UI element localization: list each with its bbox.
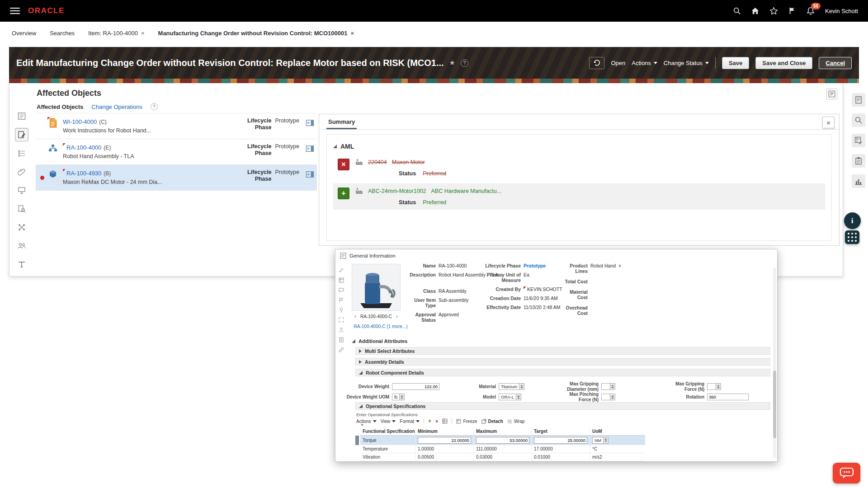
delete-row-icon[interactable]: × [435,418,438,424]
model-select[interactable]: ORA-L [499,394,521,400]
help-icon[interactable]: ? [461,59,468,67]
layout-toggle-button[interactable] [826,89,837,99]
watchlist-flag-icon[interactable] [788,7,796,15]
search-icon[interactable] [852,113,865,127]
column-header[interactable]: Maximum [474,427,532,435]
manufacturer-part-number[interactable]: ABC-24mm-Motor1002 [368,188,426,194]
max-gripping-force-input[interactable] [707,383,716,390]
actions-menu[interactable]: Actions [356,419,377,424]
target-input[interactable] [534,437,587,444]
minimum-input[interactable] [418,437,471,444]
tab-searches[interactable]: Searches [50,30,75,37]
edit-pencil-icon[interactable] [339,267,344,273]
wrap-button[interactable]: Wrap [507,419,525,424]
manufacturer-part-number[interactable]: 220404 [368,159,387,165]
checklist-icon[interactable] [15,146,28,160]
table-row[interactable]: Vibration 0.00500 0.03000 0.01000 m/s2 [360,453,645,461]
max-gripping-diameter-input[interactable] [601,383,610,390]
history-button[interactable] [589,57,604,69]
stepper-icon[interactable] [610,394,615,400]
device-weight-uom-select[interactable]: lb [392,394,405,400]
table-grid-icon[interactable] [442,418,448,424]
clipboard-icon[interactable] [852,154,865,168]
section-multi-select-attributes[interactable]: Multi Select Attributes [355,347,770,355]
info-widget-button[interactable]: i [844,212,861,229]
collapse-triangle-icon[interactable] [352,339,355,343]
menu-icon[interactable] [10,8,20,14]
overview-list-icon[interactable] [15,109,28,123]
save-button[interactable]: Save [722,57,749,69]
tab-item[interactable]: Item: RA-100-4000× [88,30,144,37]
widget-drag-handle[interactable] [845,230,859,244]
team-icon[interactable] [15,239,28,253]
close-button[interactable]: × [822,117,835,128]
item-link[interactable]: WI-100-4000 [63,118,97,125]
link-icon[interactable] [339,347,344,352]
item-link[interactable]: RA-100-4000 [66,144,101,151]
column-header[interactable]: Functional Specification [360,427,415,435]
relationships-icon[interactable] [15,221,28,234]
cancel-button[interactable]: Cancel [819,57,852,69]
help-icon[interactable]: ? [151,103,158,110]
add-product-line-button[interactable]: + [618,263,621,268]
flag-icon[interactable] [339,297,344,303]
carousel-prev-icon[interactable]: ‹ [354,313,356,319]
column-header[interactable]: UoM [590,427,645,435]
bar-chart-icon[interactable] [852,174,865,188]
remove-button[interactable]: × [338,159,349,170]
save-and-close-button[interactable]: Save and Close [755,57,812,69]
detach-button[interactable]: Detach [481,419,503,424]
change-status-menu[interactable]: Change Status [664,60,709,66]
actions-menu[interactable]: Actions [632,60,657,66]
notes-icon[interactable] [339,337,344,343]
tab-overview[interactable]: Overview [12,30,36,37]
bulb-icon[interactable] [339,307,344,313]
open-summary-icon[interactable] [306,171,314,180]
people-icon[interactable] [339,327,344,333]
item-search-icon[interactable] [15,202,28,216]
chat-button[interactable] [833,463,860,483]
close-icon[interactable]: × [141,30,145,37]
section-operational-specifications[interactable]: Operational Specifications [355,402,770,410]
table-row-selected[interactable]: RA-100-4930(B) Maxon ReMax DC Motor - 24… [36,165,317,191]
section-robot-component-details[interactable]: Robot Component Details [355,369,770,376]
tab-mco[interactable]: Manufacturing Change Order without Revis… [158,30,354,37]
collapse-triangle-icon[interactable] [333,145,337,148]
table-row[interactable]: Temperature 1.00000 111.00000 17.00000 °… [360,445,645,453]
max-pinching-force-input[interactable] [601,394,610,400]
freeze-button[interactable]: Freeze [456,419,477,424]
chat-icon[interactable] [339,287,344,293]
section-assembly-details[interactable]: Assembly Details [355,358,770,366]
design-tools-icon[interactable] [15,258,28,271]
scrollbar-thumb[interactable] [773,371,776,438]
rotation-input[interactable] [707,394,749,400]
material-select[interactable]: Titanium [499,383,524,390]
expand-arrows-icon[interactable] [339,317,344,323]
maximum-input[interactable] [476,437,529,444]
search-icon[interactable] [733,7,741,15]
format-menu[interactable]: Format [400,419,420,424]
more-revisions-link[interactable]: RA-100-4000-C (1 more...) [344,324,417,329]
column-header[interactable]: Minimum [415,427,474,435]
favorites-star-icon[interactable] [769,7,778,15]
grid-edit-icon[interactable] [852,134,865,147]
table-row[interactable]: RA-100-4000(E) Robot Hand Assembly - TLA… [36,139,317,165]
attachments-paperclip-icon[interactable] [15,165,28,178]
notes-doc-icon[interactable] [852,93,865,107]
home-icon[interactable] [751,7,760,15]
tab-summary[interactable]: Summary [326,114,357,129]
stepper-icon[interactable] [610,383,615,390]
close-icon[interactable]: × [350,30,354,37]
add-button[interactable]: + [338,188,349,199]
table-row[interactable]: WI-100-4000(C) Work Instructions for Rob… [36,113,317,139]
table-row-selected[interactable]: Torque NM [360,436,645,445]
view-menu[interactable]: View [381,419,396,424]
column-header[interactable]: Target [532,427,590,435]
grid-icon[interactable] [339,277,344,283]
item-link[interactable]: RA-100-4930 [66,170,101,177]
tab-change-operations[interactable]: Change Operations [91,103,142,110]
carousel-next-icon[interactable]: › [396,313,398,319]
edit-details-icon[interactable] [15,128,28,141]
device-weight-input[interactable] [392,383,439,390]
notifications-bell-icon[interactable]: 56 [806,6,815,15]
